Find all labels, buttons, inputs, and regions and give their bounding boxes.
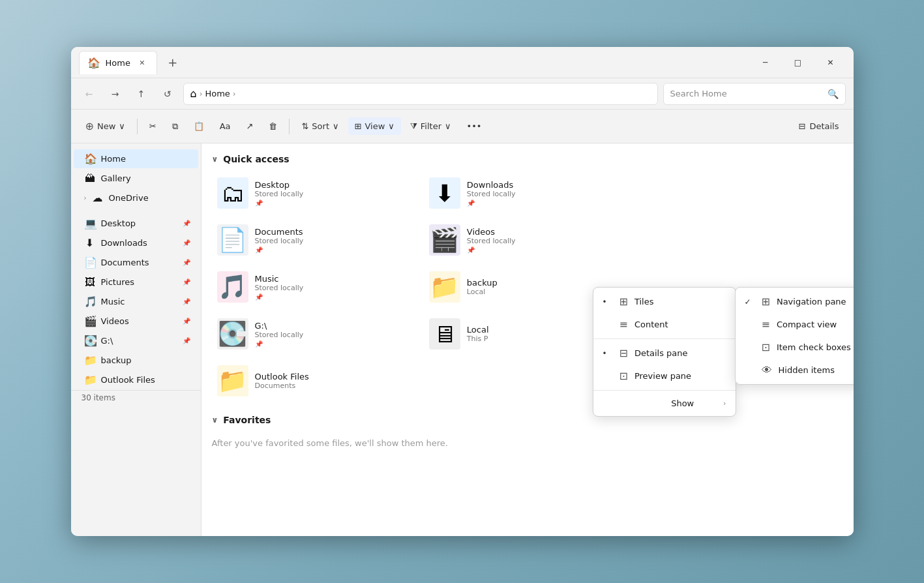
view-content-item[interactable]: ≡ Content (593, 313, 736, 336)
delete-button[interactable]: 🗑 (262, 117, 284, 135)
main-content: 🏠 Home 🏔 Gallery › ☁ OneDrive 💻 Desktop … (71, 143, 854, 536)
backup-thumb: 📁 (429, 271, 460, 303)
sidebar-item-music[interactable]: 🎵 Music 📌 (74, 292, 198, 311)
onedrive-sidebar-label: OneDrive (109, 193, 149, 203)
g-drive-thumb: 💽 (217, 318, 248, 350)
sidebar-item-gallery[interactable]: 🏔 Gallery (74, 169, 198, 188)
outlook-sidebar-label: Outlook Files (101, 375, 155, 385)
cut-button[interactable]: ✂ (143, 117, 163, 135)
quick-access-header: ∨ Quick access (212, 154, 843, 164)
minimize-button[interactable]: ─ (751, 52, 781, 73)
local-thumb: 🖥 (429, 318, 460, 350)
sort-button[interactable]: ⇅ Sort ∨ (295, 117, 345, 135)
up-button[interactable]: ↑ (131, 83, 152, 104)
search-placeholder: Search Home (670, 89, 824, 98)
close-button[interactable]: ✕ (816, 52, 846, 73)
more-button[interactable]: ••• (460, 117, 488, 135)
desktop-pin-icon: 📌 (183, 220, 190, 227)
show-hidden-items-item[interactable]: 👁 Hidden items (736, 359, 854, 381)
preview-pane-icon: ⊡ (619, 370, 628, 382)
music-sidebar-icon: 🎵 (84, 295, 96, 308)
file-item-music[interactable]: 🎵 Music Stored locally 📌 (212, 266, 419, 308)
nav-pane-icon: ⊞ (762, 295, 770, 308)
compact-icon: ≡ (762, 318, 770, 331)
file-item-g[interactable]: 💽 G:\ Stored locally 📌 (212, 313, 419, 355)
view-arrow-icon: ∨ (388, 121, 395, 131)
copy-button[interactable]: ⧉ (166, 117, 185, 136)
view-divider-2 (593, 390, 736, 391)
desktop-sub: Stored locally (255, 190, 413, 198)
paste-button[interactable]: 📋 (187, 117, 211, 135)
file-item-videos[interactable]: 🎬 Videos Stored locally 📌 (424, 219, 631, 261)
view-details-pane-item[interactable]: • ⊟ Details pane (593, 342, 736, 365)
sidebar-item-onedrive[interactable]: › ☁ OneDrive (74, 188, 198, 207)
home-sidebar-label: Home (101, 154, 126, 164)
favorites-chevron[interactable]: ∨ (212, 415, 218, 425)
sidebar-item-documents[interactable]: 📄 Documents 📌 (74, 253, 198, 272)
nav-pane-label: Navigation pane (777, 297, 846, 306)
documents-thumb: 📄 (217, 224, 248, 256)
sidebar-item-backup[interactable]: 📁 backup (74, 351, 198, 370)
filter-icon: ⧩ (410, 121, 417, 132)
new-tab-button[interactable]: + (162, 52, 183, 73)
outlook-sidebar-icon: 📁 (84, 374, 96, 386)
sidebar-item-home[interactable]: 🏠 Home (74, 149, 198, 168)
documents-sidebar-icon: 📄 (84, 256, 96, 269)
maximize-button[interactable]: □ (783, 52, 813, 73)
home-breadcrumb-label: Home (205, 89, 230, 98)
show-compact-view-item[interactable]: ≡ Compact view (736, 313, 854, 336)
sidebar-item-desktop[interactable]: 💻 Desktop 📌 (74, 214, 198, 233)
file-item-documents[interactable]: 📄 Documents Stored locally 📌 (212, 219, 419, 261)
file-item-downloads[interactable]: ⬇ Downloads Stored locally 📌 (424, 172, 631, 214)
home-tab[interactable]: 🏠 Home ✕ (79, 51, 157, 74)
sidebar-item-g[interactable]: 💽 G:\ 📌 (74, 331, 198, 350)
breadcrumb[interactable]: ⌂ › Home › (183, 83, 658, 105)
details-label: Details (809, 121, 839, 131)
new-button[interactable]: ⊕ New ∨ (79, 116, 132, 136)
downloads-pin-icon: 📌 (183, 239, 190, 247)
show-nav-pane-item[interactable]: ✓ ⊞ Navigation pane (736, 290, 854, 313)
onedrive-expand-icon: › (84, 194, 87, 202)
sort-icon: ⇅ (301, 121, 308, 131)
documents-sub: Stored locally (255, 237, 413, 245)
share-button[interactable]: ↗ (240, 117, 260, 135)
rename-button[interactable]: Aa (213, 117, 237, 135)
refresh-button[interactable]: ↺ (157, 83, 178, 104)
sidebar-item-pictures[interactable]: 🖼 Pictures 📌 (74, 273, 198, 292)
status-bar: 30 items (71, 390, 201, 405)
details-icon: ⊟ (799, 121, 806, 131)
outlook-sub: Documents (255, 381, 413, 390)
view-tiles-item[interactable]: • ⊞ Tiles (593, 290, 736, 313)
music-thumb: 🎵 (217, 271, 248, 303)
filter-button[interactable]: ⧩ Filter ∨ (404, 117, 458, 136)
view-preview-pane-item[interactable]: ⊡ Preview pane (593, 365, 736, 387)
sidebar-item-videos[interactable]: 🎬 Videos 📌 (74, 312, 198, 331)
back-button[interactable]: ← (79, 83, 100, 104)
pictures-pin-icon: 📌 (183, 278, 190, 286)
videos-sub: Stored locally (467, 237, 625, 245)
view-show-item[interactable]: Show › (593, 393, 736, 413)
desktop-sidebar-label: Desktop (101, 218, 136, 228)
view-icon: ⊞ (355, 121, 362, 131)
view-button[interactable]: ⊞ View ∨ (348, 117, 401, 135)
sidebar-item-downloads[interactable]: ⬇ Downloads 📌 (74, 233, 198, 252)
documents-pin: 📌 (255, 247, 413, 254)
details-button[interactable]: ⊟ Details (792, 117, 846, 135)
videos-pin-icon: 📌 (183, 318, 190, 325)
file-item-desktop[interactable]: 🗂 Desktop Stored locally 📌 (212, 172, 419, 214)
copy-icon: ⧉ (172, 121, 178, 132)
view-dropdown-menu: • ⊞ Tiles ≡ Content • ⊟ Details pane (593, 287, 736, 417)
show-item-checkboxes-item[interactable]: ⊡ Item check boxes (736, 336, 854, 359)
home-breadcrumb-icon: ⌂ (190, 87, 197, 100)
sidebar-item-outlook[interactable]: 📁 Outlook Files (74, 370, 198, 389)
search-box[interactable]: Search Home 🔍 (663, 83, 846, 105)
file-item-outlook[interactable]: 📁 Outlook Files Documents (212, 360, 419, 402)
details-pane-icon: ⊟ (619, 347, 628, 359)
forward-button[interactable]: → (105, 83, 126, 104)
quick-access-chevron[interactable]: ∨ (212, 155, 218, 164)
details-pane-label: Details pane (634, 348, 688, 358)
filter-label: Filter (421, 121, 441, 131)
rename-icon: Aa (220, 121, 231, 131)
tab-close-button[interactable]: ✕ (136, 56, 149, 69)
details-pane-check-icon: • (603, 349, 613, 358)
